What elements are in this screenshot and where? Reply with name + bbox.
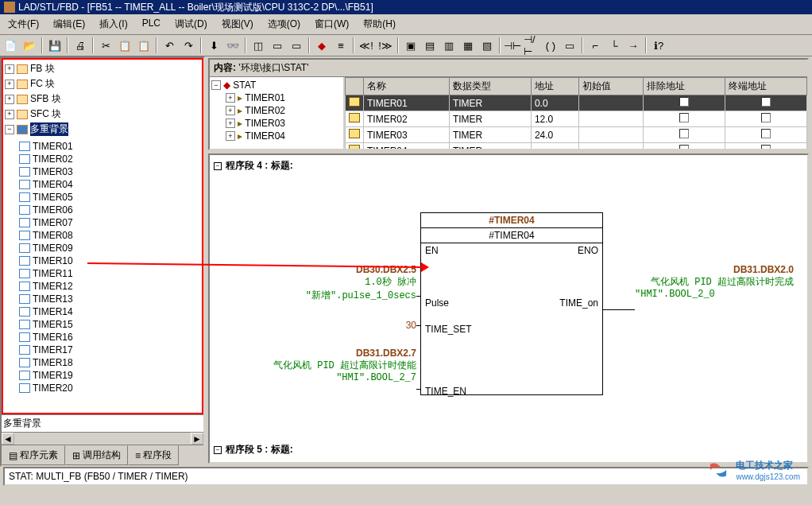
tree-item-timer[interactable]: TIMER05 bbox=[5, 191, 200, 204]
stat-root[interactable]: STAT bbox=[233, 80, 256, 91]
goto-icon[interactable]: ≪! bbox=[358, 37, 375, 54]
col-name[interactable]: 名称 bbox=[364, 78, 450, 95]
cell-type[interactable]: TIMER bbox=[449, 95, 531, 111]
tab-callstruct[interactable]: ⊞调用结构 bbox=[65, 445, 128, 465]
cell-addr[interactable]: 24.0 bbox=[531, 127, 578, 143]
col-addr[interactable]: 地址 bbox=[531, 78, 578, 95]
cell-name[interactable]: TIMER02 bbox=[364, 111, 450, 127]
menu-edit[interactable]: 编辑(E) bbox=[47, 16, 91, 33]
menu-view[interactable]: 视图(V) bbox=[215, 16, 260, 33]
menu-help[interactable]: 帮助(H) bbox=[357, 16, 402, 33]
tree-item-sfc[interactable]: +SFC 块 bbox=[5, 107, 200, 122]
new-icon[interactable]: 📄 bbox=[2, 37, 19, 54]
timer-label[interactable]: TIMER08 bbox=[33, 230, 73, 241]
menu-insert[interactable]: 插入(I) bbox=[93, 16, 133, 33]
cell-init[interactable] bbox=[578, 143, 643, 150]
tree-item-timer[interactable]: TIMER18 bbox=[5, 356, 200, 369]
rung-icon[interactable]: ▭ bbox=[288, 37, 305, 54]
cell-init[interactable] bbox=[578, 111, 643, 127]
tree-item-timer[interactable]: TIMER11 bbox=[5, 267, 200, 280]
cell-type[interactable]: TIMER bbox=[449, 143, 531, 150]
download-icon[interactable]: ⬇ bbox=[205, 37, 222, 54]
tree-item-timer[interactable]: TIMER02 bbox=[5, 153, 200, 165]
tree-item-timer[interactable]: TIMER17 bbox=[5, 344, 200, 356]
checkbox-icon[interactable] bbox=[679, 145, 689, 149]
checkbox-icon[interactable] bbox=[761, 113, 771, 122]
table-row[interactable]: TIMER04TIMER bbox=[346, 143, 807, 150]
timer-label[interactable]: TIMER12 bbox=[33, 281, 73, 292]
cell-excl[interactable] bbox=[643, 111, 725, 127]
stat-tree[interactable]: −◆ STAT +▸ TIMER01+▸ TIMER02+▸ TIMER03+▸… bbox=[210, 77, 345, 149]
coil-icon[interactable]: ( ) bbox=[542, 37, 559, 54]
checkbox-icon[interactable] bbox=[761, 97, 771, 107]
table-row[interactable]: TIMER03TIMER24.0 bbox=[346, 127, 807, 143]
window5-icon[interactable]: ▧ bbox=[478, 37, 496, 54]
tree-item-timer[interactable]: TIMER10 bbox=[5, 254, 200, 267]
stat-tree-item[interactable]: +▸ TIMER02 bbox=[226, 104, 342, 117]
cell-excl[interactable] bbox=[643, 95, 725, 111]
stat-item-label[interactable]: TIMER04 bbox=[245, 130, 285, 142]
branch-icon[interactable]: ⌐ bbox=[586, 37, 604, 54]
program-editor[interactable]: − 程序段 4 : 标题: #TIMER04 #TIMER04 EN ENO P… bbox=[208, 153, 809, 464]
col-type[interactable]: 数据类型 bbox=[449, 78, 531, 95]
timer-label[interactable]: TIMER04 bbox=[33, 179, 73, 190]
tree-item-timer[interactable]: TIMER12 bbox=[5, 280, 200, 293]
branch2-icon[interactable]: └ bbox=[605, 37, 623, 54]
menu-debug[interactable]: 调试(D) bbox=[168, 16, 214, 33]
contact-icon[interactable]: ⊣⊢ bbox=[504, 37, 521, 54]
tab-elements[interactable]: ▤程序元素 bbox=[2, 445, 65, 465]
cut-icon[interactable]: ✂ bbox=[97, 37, 114, 54]
timer-label[interactable]: TIMER16 bbox=[33, 332, 73, 343]
tree-item-fb[interactable]: +FB 块 bbox=[5, 61, 200, 76]
window2-icon[interactable]: ▤ bbox=[421, 37, 439, 54]
window1-icon[interactable]: ▣ bbox=[402, 37, 420, 54]
tree-item-timer[interactable]: TIMER14 bbox=[5, 305, 200, 318]
timer-label[interactable]: TIMER15 bbox=[33, 319, 73, 330]
cell-name[interactable]: TIMER04 bbox=[364, 143, 450, 150]
expand-icon[interactable]: + bbox=[5, 95, 14, 104]
cell-excl[interactable] bbox=[643, 143, 725, 150]
expand-icon[interactable]: + bbox=[226, 106, 235, 115]
tree-item-timer[interactable]: TIMER15 bbox=[5, 318, 200, 331]
timer-label[interactable]: TIMER10 bbox=[33, 255, 73, 266]
table-row[interactable]: TIMER02TIMER12.0 bbox=[346, 111, 807, 127]
expand-icon[interactable]: + bbox=[226, 118, 235, 128]
tree-item-timer[interactable]: TIMER16 bbox=[5, 331, 200, 344]
left-scrollbar[interactable]: ◄ ► bbox=[2, 432, 203, 445]
expand-icon[interactable]: + bbox=[5, 110, 14, 119]
save-icon[interactable]: 💾 bbox=[46, 37, 64, 54]
expand-icon[interactable]: + bbox=[5, 64, 14, 74]
stat-tree-item[interactable]: +▸ TIMER03 bbox=[226, 117, 342, 130]
tree-item-timer[interactable]: TIMER07 bbox=[5, 216, 200, 229]
cell-type[interactable]: TIMER bbox=[449, 111, 531, 127]
box-icon[interactable]: ▭ bbox=[561, 37, 578, 54]
menu-options[interactable]: 选项(O) bbox=[261, 16, 307, 33]
cell-addr[interactable]: 12.0 bbox=[531, 111, 578, 127]
input-pulse-label[interactable]: DB30.DBX2.5 1.0秒 脉冲 "新增".pulse_1_0secs bbox=[222, 264, 416, 302]
timer-label[interactable]: TIMER11 bbox=[33, 268, 73, 279]
checkbox-icon[interactable] bbox=[679, 97, 689, 107]
cell-name[interactable]: TIMER03 bbox=[364, 127, 450, 143]
checkbox-icon[interactable] bbox=[761, 145, 771, 149]
col-excl[interactable]: 排除地址 bbox=[643, 78, 725, 95]
tree-item-sfb[interactable]: +SFB 块 bbox=[5, 91, 200, 107]
collapse-icon[interactable]: − bbox=[5, 125, 14, 134]
table-row[interactable]: TIMER01TIMER0.0 bbox=[346, 95, 807, 111]
print-icon[interactable]: 🖨 bbox=[72, 37, 89, 54]
stat-item-label[interactable]: TIMER03 bbox=[245, 118, 285, 129]
undo-icon[interactable]: ↶ bbox=[160, 37, 178, 54]
expand-icon[interactable]: + bbox=[226, 131, 235, 141]
stat-tree-item[interactable]: +▸ TIMER04 bbox=[226, 130, 342, 142]
segment-4-header[interactable]: − 程序段 4 : 标题: bbox=[214, 159, 803, 173]
menu-plc[interactable]: PLC bbox=[136, 16, 167, 33]
timer-label[interactable]: TIMER13 bbox=[33, 293, 73, 305]
ref-icon[interactable]: ≡ bbox=[332, 37, 350, 54]
timer-label[interactable]: TIMER02 bbox=[33, 153, 73, 165]
timer-label[interactable]: TIMER05 bbox=[33, 192, 73, 203]
cell-init[interactable] bbox=[578, 127, 643, 143]
timer-label[interactable]: TIMER18 bbox=[33, 357, 73, 368]
timer-label[interactable]: TIMER07 bbox=[33, 217, 73, 228]
timer-label[interactable]: TIMER06 bbox=[33, 204, 73, 216]
tree-item-multi[interactable]: −多重背景 bbox=[5, 122, 200, 137]
fbd-network[interactable]: #TIMER04 #TIMER04 EN ENO Pulse TIME_on T… bbox=[214, 181, 803, 435]
